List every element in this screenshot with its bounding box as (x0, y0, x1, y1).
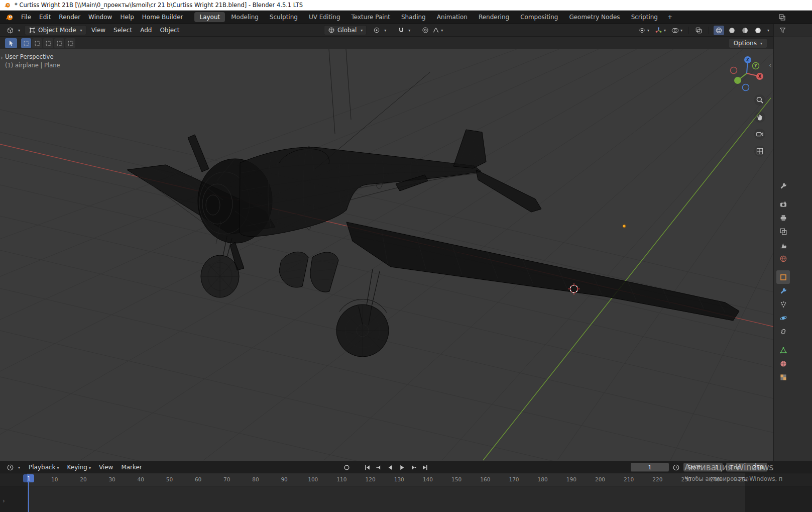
auto-keying-toggle[interactable] (341, 462, 352, 472)
timeline-menu-view[interactable]: View (95, 462, 117, 472)
editor-type-dropdown[interactable]: ▾ (3, 26, 24, 35)
properties-tab-particles[interactable] (776, 297, 790, 311)
workspace-tab-compositing[interactable]: Compositing (515, 12, 563, 22)
timeline-tracks[interactable] (0, 486, 812, 512)
workspace-tab-shading[interactable]: Shading (396, 12, 431, 22)
pivot-point-dropdown[interactable]: ▾ (370, 26, 390, 35)
menu-edit[interactable]: Edit (35, 12, 55, 22)
menu-render[interactable]: Render (55, 12, 84, 22)
properties-tab-world[interactable] (776, 252, 790, 265)
gizmo-y-neg-ball[interactable] (734, 77, 741, 84)
menu-help[interactable]: Help (116, 12, 138, 22)
properties-tab-render[interactable] (776, 197, 790, 211)
add-workspace-button[interactable]: + (663, 13, 676, 22)
current-frame-field[interactable]: 1 (631, 463, 669, 472)
transform-orientation-dropdown[interactable]: Global ▾ (324, 25, 367, 35)
filter-icon[interactable] (779, 27, 786, 34)
properties-tab-modifiers[interactable] (776, 284, 790, 297)
camera-view-button[interactable] (754, 129, 765, 140)
viewport-menu-select[interactable]: Select (109, 25, 136, 35)
chevron-down-icon: ▾ (89, 466, 91, 470)
jump-to-start-button[interactable] (362, 462, 372, 472)
navigation-gizmo[interactable]: Z X Y (727, 54, 767, 94)
select-mode-invert-button[interactable] (54, 38, 64, 48)
workspace-tab-layout[interactable]: Layout (194, 12, 225, 22)
properties-tab-material[interactable] (776, 357, 790, 370)
gizmo-x-label: X (758, 74, 762, 79)
snap-dropdown[interactable]: ▾ (408, 28, 410, 33)
workspace-tab-geometry-nodes[interactable]: Geometry Nodes (564, 12, 625, 22)
ortho-toggle-button[interactable] (754, 146, 765, 157)
select-mode-subtract-button[interactable] (43, 38, 53, 48)
prev-keyframe-button[interactable] (374, 462, 384, 472)
proportional-edit-toggle[interactable] (420, 26, 430, 35)
jump-to-end-button[interactable] (420, 462, 430, 472)
workspace-tab-modeling[interactable]: Modeling (226, 12, 264, 22)
frame-start-field[interactable]: Start 1 (683, 463, 723, 472)
select-mode-intersect-button[interactable] (65, 38, 75, 48)
timeline-editor[interactable]: ▾ Playback▾Keying▾ViewMarker 1 Start 1 E… (0, 461, 812, 512)
select-mode-new-button[interactable] (21, 38, 31, 48)
properties-tab-view-layer[interactable] (776, 225, 790, 238)
proportional-falloff-dropdown[interactable]: ▾ (431, 26, 444, 35)
timeline-ruler[interactable]: 1020304050607080901001101201301401501601… (0, 473, 812, 486)
airplane-wireframe-object[interactable] (127, 130, 739, 357)
properties-tab-object-data[interactable] (776, 343, 790, 357)
timeline-header: ▾ Playback▾Keying▾ViewMarker 1 Start 1 E… (0, 461, 812, 473)
overlays-dropdown[interactable]: ▾ (670, 26, 684, 35)
snap-toggle[interactable] (396, 26, 406, 35)
play-reverse-button[interactable] (385, 462, 395, 472)
select-mode-extend-button[interactable] (32, 38, 42, 48)
xray-toggle[interactable] (693, 26, 704, 35)
viewport-menu-object[interactable]: Object (156, 25, 183, 35)
properties-tab-texture[interactable] (776, 370, 790, 384)
options-dropdown[interactable]: Options ▾ (729, 38, 767, 48)
menu-window[interactable]: Window (84, 12, 116, 22)
shading-rendered-button[interactable] (753, 26, 763, 35)
play-button[interactable] (397, 462, 407, 472)
active-tool-select-box[interactable] (5, 38, 17, 48)
timeline-menu-keying[interactable]: Keying▾ (63, 462, 95, 472)
next-keyframe-button[interactable] (408, 462, 418, 472)
sidebar-expand-arrow[interactable]: ‹ (769, 62, 771, 69)
workspace-tab-rendering[interactable]: Rendering (474, 12, 514, 22)
properties-tab-tool[interactable] (776, 179, 790, 192)
topbar: FileEditRenderWindowHelpHome Builder Lay… (0, 11, 812, 24)
pan-button[interactable] (754, 112, 765, 123)
end-value: 250 (753, 464, 763, 471)
gizmo-z-neg-ball[interactable] (743, 84, 749, 91)
scene-browser-icon[interactable] (778, 14, 786, 21)
shading-solid-button[interactable] (727, 26, 737, 35)
zoom-button[interactable] (754, 94, 765, 106)
workspace-tab-sculpting[interactable]: Sculpting (265, 12, 303, 22)
viewport-menu-add[interactable]: Add (136, 25, 156, 35)
gizmos-dropdown[interactable]: ▾ (653, 26, 667, 35)
shading-wireframe-button[interactable] (714, 26, 724, 35)
viewport-3d[interactable]: User Perspective (1) airplane | Plane › … (0, 49, 773, 461)
menu-home-builder[interactable]: Home Builder (138, 12, 187, 22)
properties-tab-object[interactable] (776, 270, 790, 284)
workspace-tab-animation[interactable]: Animation (432, 12, 473, 22)
timecode-clock-icon[interactable] (672, 464, 680, 471)
blender-menu-icon[interactable] (5, 13, 14, 22)
shading-dropdown[interactable]: ▾ (767, 28, 769, 33)
shading-material-button[interactable] (740, 26, 750, 35)
viewport-scene[interactable] (0, 49, 773, 461)
properties-tab-output[interactable] (776, 211, 790, 225)
timeline-menu-marker[interactable]: Marker (117, 462, 146, 472)
timeline-editor-type-dropdown[interactable]: ▾ (3, 463, 24, 472)
gizmo-x-neg-ball[interactable] (731, 67, 737, 74)
show-object-types-dropdown[interactable]: ▾ (637, 26, 651, 35)
toolbar-expand-arrow[interactable]: › (1, 54, 3, 61)
frame-end-field[interactable]: End 250 (726, 463, 767, 472)
workspace-tab-scripting[interactable]: Scripting (626, 12, 663, 22)
workspace-tab-texture-paint[interactable]: Texture Paint (346, 12, 395, 22)
properties-tab-scene[interactable] (776, 238, 790, 252)
mode-dropdown[interactable]: Object Mode ▾ (25, 25, 86, 35)
menu-file[interactable]: File (17, 12, 35, 22)
properties-tab-physics[interactable] (776, 311, 790, 325)
properties-tab-constraints[interactable] (776, 325, 790, 338)
viewport-menu-view[interactable]: View (87, 25, 109, 35)
workspace-tab-uv-editing[interactable]: UV Editing (304, 12, 345, 22)
timeline-menu-playback[interactable]: Playback▾ (25, 462, 63, 472)
